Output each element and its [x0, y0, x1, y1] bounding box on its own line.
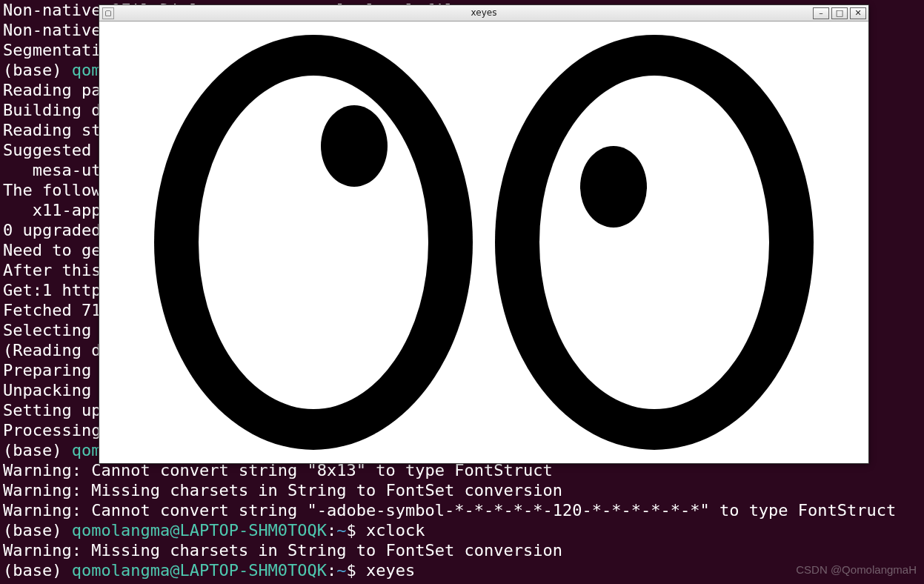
left-pupil [321, 105, 388, 187]
left-eye [154, 35, 473, 450]
close-button[interactable]: ✕ [850, 7, 866, 19]
window-icon: ▢ [102, 7, 114, 19]
xeyes-canvas [99, 21, 868, 463]
maximize-button[interactable]: □ [831, 7, 848, 19]
xeyes-titlebar[interactable]: ▢ xeyes – □ ✕ [99, 5, 868, 21]
terminal-line: (base) qomolangma@LAPTOP-SHM0TOQK:~$ xcl… [3, 520, 921, 540]
xeyes-window[interactable]: ▢ xeyes – □ ✕ [99, 4, 869, 464]
terminal-line: Warning: Missing charsets in String to F… [3, 480, 921, 500]
right-eye [495, 35, 814, 450]
command-text: xeyes [366, 561, 415, 580]
right-eye-white [539, 76, 769, 409]
terminal-line: Warning: Cannot convert string "-adobe-s… [3, 500, 921, 520]
terminal-line: (base) qomolangma@LAPTOP-SHM0TOQK:~$ xey… [3, 560, 921, 580]
minimize-button[interactable]: – [813, 7, 829, 19]
terminal-line: Warning: Missing charsets in String to F… [3, 540, 921, 560]
window-controls: – □ ✕ [813, 7, 866, 19]
right-pupil [580, 146, 647, 228]
watermark: CSDN @QomolangmaH [796, 560, 917, 580]
left-eye-white [199, 76, 428, 409]
window-title: xeyes [99, 3, 868, 23]
command-text: xclock [366, 521, 425, 540]
